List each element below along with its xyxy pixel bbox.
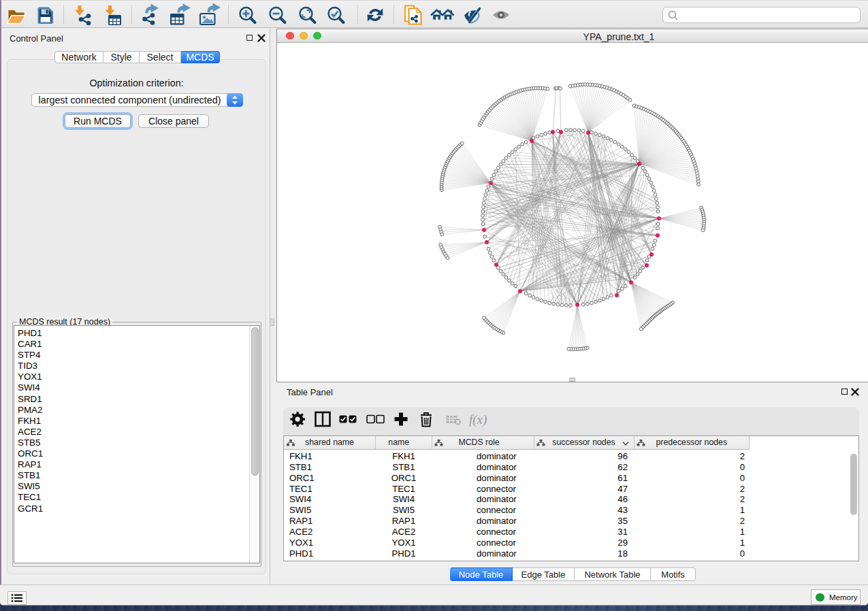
svg-text:f(x): f(x)	[469, 412, 487, 427]
